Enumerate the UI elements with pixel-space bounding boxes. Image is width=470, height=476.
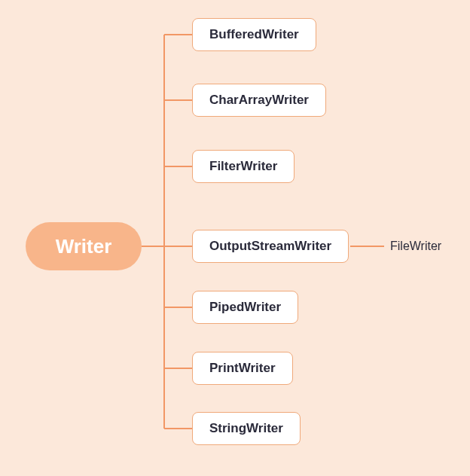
root-label: Writer [56,235,112,258]
node-output-stream-writer: OutputStreamWriter [192,230,349,263]
node-label: StringWriter [209,421,283,436]
node-label: PipedWriter [209,300,281,315]
root-node-writer: Writer [26,222,142,270]
node-label: BufferedWriter [209,27,299,42]
node-char-array-writer: CharArrayWriter [192,84,326,117]
node-filter-writer: FilterWriter [192,150,295,183]
node-label: PrintWriter [209,361,276,376]
leaf-label-text: FileWriter [390,240,441,252]
leaf-file-writer: FileWriter [390,240,441,253]
node-buffered-writer: BufferedWriter [192,18,316,51]
node-label: FilterWriter [209,159,277,174]
node-label: CharArrayWriter [209,93,309,108]
node-piped-writer: PipedWriter [192,291,298,324]
node-label: OutputStreamWriter [209,239,331,254]
node-string-writer: StringWriter [192,412,301,445]
node-print-writer: PrintWriter [192,352,293,385]
